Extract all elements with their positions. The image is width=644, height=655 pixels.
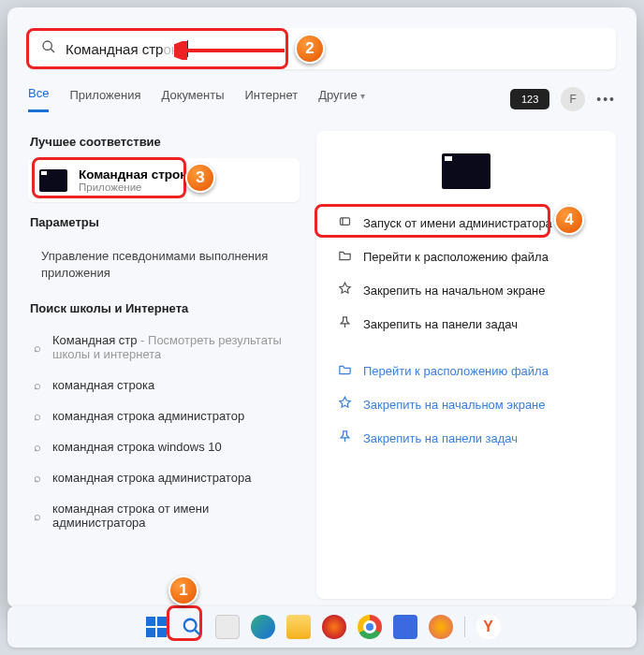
taskbar-app-icon[interactable] <box>393 615 417 639</box>
params-heading: Параметры <box>30 215 300 229</box>
pin-start-icon <box>337 396 352 413</box>
search-icon: ⌕ <box>34 509 41 523</box>
suggestion-row[interactable]: ⌕ командная строка администратор <box>28 400 300 431</box>
ctx-pin-start-2[interactable]: Закрепить на начальном экране <box>331 387 601 421</box>
file-explorer-icon[interactable] <box>286 615 311 639</box>
ctx-pin-taskbar-2[interactable]: Закрепить на панели задач <box>331 421 601 455</box>
suggestion-row[interactable]: ⌕ командная строка от имени администрато… <box>28 493 300 538</box>
suggestion-row[interactable]: ⌕ командная строка администратора <box>28 462 300 493</box>
best-match-heading: Лучшее соответствие <box>30 135 300 149</box>
tab-web[interactable]: Интернет <box>244 88 298 111</box>
suggestion-row[interactable]: ⌕ командная строка windows 10 <box>28 431 300 462</box>
folder-icon <box>337 248 352 265</box>
filter-tabs: Все Приложения Документы Интернет Другие… <box>28 86 616 112</box>
search-icon: ⌕ <box>34 471 41 485</box>
taskbar-search-button[interactable] <box>180 615 204 639</box>
best-match-title: Командная строка <box>79 167 194 182</box>
taskbar-divider <box>464 617 465 637</box>
search-icon: ⌕ <box>34 378 41 392</box>
taskbar-app-icon[interactable] <box>429 615 453 639</box>
svg-rect-2 <box>340 218 349 226</box>
ctx-pin-start[interactable]: Закрепить на начальном экране <box>331 273 601 307</box>
pin-taskbar-icon <box>337 429 352 446</box>
start-button[interactable] <box>144 615 168 639</box>
svg-line-6 <box>194 630 199 635</box>
search-box[interactable]: Командная строка <box>28 28 616 69</box>
chevron-down-icon: ▾ <box>360 91 365 101</box>
best-match-result[interactable]: Командная строка Приложение <box>28 158 300 202</box>
task-view-button[interactable] <box>215 615 240 639</box>
pin-start-icon <box>337 282 352 298</box>
chrome-icon[interactable] <box>358 615 382 639</box>
ctx-pin-taskbar[interactable]: Закрепить на панели задач <box>331 307 601 341</box>
search-flyout: Командная строка Все Приложения Документ… <box>7 7 637 608</box>
ctx-run-as-admin[interactable]: Запуск от имени администратора <box>331 206 601 240</box>
tab-apps[interactable]: Приложения <box>69 88 140 111</box>
ctx-open-location[interactable]: Перейти к расположению файла <box>331 240 601 273</box>
param-item[interactable]: Управление псевдонимами выполнения прило… <box>28 239 300 290</box>
best-match-subtitle: Приложение <box>79 182 194 193</box>
yandex-icon[interactable]: Y <box>476 615 501 639</box>
tab-more[interactable]: Другие▾ <box>318 88 365 111</box>
more-menu-button[interactable]: ••• <box>596 92 616 107</box>
user-avatar[interactable]: F <box>561 87 585 111</box>
search-icon: ⌕ <box>34 440 41 454</box>
folder-icon <box>337 362 352 379</box>
taskbar-app-icon[interactable] <box>322 615 346 639</box>
taskbar: Y <box>7 606 637 648</box>
preview-pane: Запуск от имени администратора Перейти к… <box>316 131 616 599</box>
results-column: Лучшее соответствие Командная строка При… <box>28 131 300 599</box>
notification-badge[interactable]: 123 <box>510 89 549 109</box>
shield-icon <box>337 214 352 231</box>
svg-point-5 <box>183 619 196 632</box>
preview-app-icon <box>442 153 490 189</box>
tab-docs[interactable]: Документы <box>161 88 224 111</box>
web-heading: Поиск школы и Интернета <box>30 301 300 315</box>
search-icon: ⌕ <box>34 341 41 355</box>
tab-all[interactable]: Все <box>28 86 49 112</box>
cmd-icon <box>39 169 67 192</box>
ctx-open-location-2[interactable]: Перейти к расположению файла <box>331 354 601 387</box>
suggestion-row[interactable]: ⌕ командная строка <box>28 370 300 400</box>
search-icon: ⌕ <box>34 409 41 423</box>
taskbar-app-icon[interactable] <box>251 615 275 639</box>
suggestion-row[interactable]: ⌕ Командная стр - Посмотреть результаты … <box>28 325 300 370</box>
pin-taskbar-icon <box>337 315 352 332</box>
